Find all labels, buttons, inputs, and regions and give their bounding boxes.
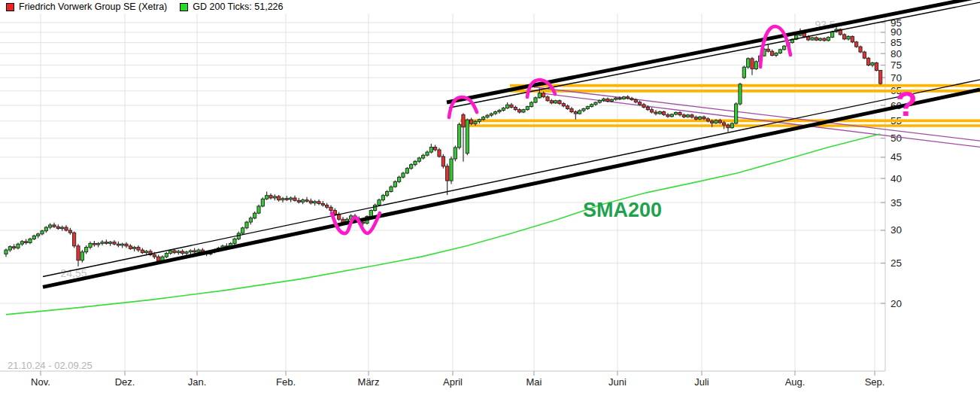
axis-label: 40 [890, 173, 902, 184]
candle-body [129, 246, 132, 249]
candle-body [663, 112, 666, 115]
candle-body [393, 181, 396, 187]
axis-label: 75 [890, 59, 902, 71]
candle-body [751, 59, 754, 69]
candle-body [329, 207, 332, 210]
candle-body [606, 99, 609, 101]
axis-label: Sep. [865, 376, 885, 388]
candle-body [690, 115, 693, 117]
candle-body [586, 107, 589, 109]
candle-body [670, 114, 673, 117]
candle-body [145, 251, 148, 253]
candle-body [65, 227, 68, 230]
candle-body [290, 198, 293, 199]
candle-body [582, 108, 585, 110]
candle-body [803, 33, 806, 37]
candle-body [17, 244, 20, 248]
candle-body [486, 115, 489, 117]
candle-body [747, 59, 750, 67]
axis-label: April [443, 376, 463, 388]
black-trendlines [43, 0, 980, 287]
candle-body [702, 117, 705, 119]
candle-body [374, 205, 377, 211]
candle-body [855, 42, 858, 47]
candle-body [742, 67, 745, 78]
candle-body [434, 147, 437, 150]
chart-canvas[interactable]: 20253035404550556065707580859095Nov.Dez.… [0, 0, 980, 420]
candle-body [450, 159, 453, 181]
candle-body [859, 47, 862, 52]
candle-body [466, 120, 469, 154]
candle-body [863, 52, 866, 58]
candle-body [273, 196, 276, 198]
candle-body [305, 200, 308, 202]
candle-body [410, 165, 413, 169]
candle-body [843, 35, 846, 39]
candle-body [478, 120, 481, 122]
period-extreme-labels: 24,5593,5 [60, 19, 835, 279]
candle-body [558, 101, 561, 104]
candle-body [369, 211, 372, 217]
candle-body [441, 157, 444, 166]
candle-body [386, 191, 389, 195]
candle-body [417, 158, 420, 161]
sma200-label: SMA200 [583, 199, 662, 222]
candle-body [694, 117, 697, 120]
candle-body [730, 123, 733, 128]
candle-body [699, 117, 702, 119]
candle-body [574, 112, 577, 114]
candle-body [494, 112, 497, 114]
candle-body [121, 244, 124, 245]
candle-body [666, 114, 669, 117]
candle-body [639, 102, 642, 105]
candle-body [253, 213, 256, 218]
candle-body [678, 112, 681, 114]
axis-label: Juli [694, 376, 709, 388]
axis-label: Juni [608, 376, 627, 388]
candle-body [25, 242, 28, 243]
lower-channel-thick [43, 90, 980, 287]
candle-body [514, 107, 517, 109]
candle-body [570, 108, 573, 111]
candle-body [73, 233, 76, 246]
candle-body [177, 251, 180, 253]
gd200-series-swatch [180, 3, 188, 11]
candle-body [109, 242, 112, 244]
candle-body [658, 112, 661, 114]
candle-body [723, 123, 726, 125]
candle-body [13, 247, 16, 248]
candle-body [333, 211, 336, 215]
candle-body [474, 121, 477, 123]
price-series-swatch [6, 3, 14, 11]
candle-body [546, 97, 549, 101]
candle-body [554, 101, 557, 103]
candle-body [141, 250, 144, 253]
candle-body [538, 93, 541, 98]
candle-body [819, 38, 822, 40]
axis-label: 85 [890, 37, 902, 48]
candle-body [49, 225, 52, 227]
candle-body [37, 234, 40, 236]
candle-body [634, 100, 637, 102]
axis-label: 90 [890, 26, 902, 38]
candle-body [405, 169, 408, 173]
chart-window: Friedrich Vorwerk Group SE (Xetra) GD 20… [0, 0, 980, 420]
candle-body [851, 36, 854, 41]
candle-body [754, 62, 757, 69]
candle-body [675, 112, 678, 114]
candle-body [197, 250, 200, 252]
candle-body [718, 120, 721, 123]
candle-body [249, 218, 252, 222]
chart-legend: Friedrich Vorwerk Group SE (Xetra) GD 20… [6, 2, 284, 12]
candle-body [518, 110, 521, 112]
candle-body [117, 244, 120, 245]
candle-body [815, 38, 818, 40]
candle-body [879, 70, 882, 84]
candle-body [542, 93, 545, 97]
candle-body [706, 119, 709, 121]
candle-body [125, 244, 128, 246]
candle-body [831, 32, 834, 37]
candle-body [522, 110, 525, 112]
candle-body [498, 110, 501, 111]
candle-body [77, 246, 80, 260]
